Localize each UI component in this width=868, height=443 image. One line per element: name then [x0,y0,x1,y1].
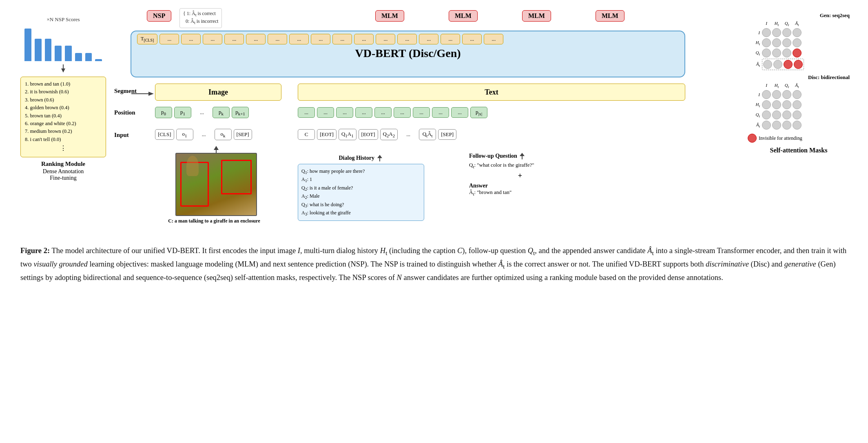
disc-header: I Ht Qt Ât [748,83,850,89]
inp-dots2: ... [400,130,417,139]
inp-sep1: [SEP] [234,129,252,140]
arrow-giraffe [212,146,220,156]
pos-t10: p|x| [470,107,487,118]
inp-q2a2: Q2A2 [380,129,398,140]
bar-6 [75,53,82,61]
token-d5: ... [246,34,266,44]
disc-cell-H-I [762,100,771,109]
position-label: Position [114,109,135,116]
dialog-history-area: Dialog History Q1: how many people are t… [298,155,424,221]
followup-qt: Qt: "what color is the giraffe?" [469,162,571,169]
segment-image-box: Image [155,84,281,101]
nsp-annotation: { 1: Ât is correct 0: Ât is incorrect [179,8,222,28]
disc-cell-H-A [793,100,802,109]
arrow-down-icon [60,64,66,73]
token-d6: ... [268,34,287,44]
giraffe-image [175,153,257,216]
gen-header: I Ht Qt Ât [748,21,850,27]
figure-label: Figure 2: [20,247,50,255]
disc-cell-I-Q [782,90,791,99]
token-d11: ... [376,34,395,44]
gen-cell-A-Q [784,60,793,69]
invisible-label: Invisible for attending [759,135,802,141]
token-d7: ... [289,34,309,44]
mlm-box-4: MLM [596,10,624,22]
token-row: T[CLS] ... ... ... ... ... ... ... ... .… [131,31,684,44]
pos-dots: ... [193,108,210,117]
pos-t5: ... [374,107,392,118]
disc-cell-H-H [772,100,781,109]
nsp-scores-label: ×N NSP Scores [20,16,106,23]
bar-3 [45,39,52,61]
gen-cell-I-H [772,28,781,37]
gen-cell-H-I [762,38,771,47]
input-label: Input [114,132,129,139]
inp-cls: [CLS] [155,129,174,140]
mlm-box-2: MLM [449,10,478,22]
inp-eot1: [EOT] [317,129,337,140]
bar-7 [85,53,92,61]
gen-cell-I-Q [782,28,791,37]
token-d1: ... [159,34,179,44]
token-cls: T[CLS] [137,34,157,44]
gen-cell-Q-H [772,48,781,57]
token-d8: ... [311,34,330,44]
arrow-ranking [131,90,156,99]
gen-cell-H-H [772,38,781,47]
svg-marker-9 [148,92,154,96]
pos-t4: ... [355,107,372,118]
bar-4 [55,46,62,61]
inp-sep2: [SEP] [438,129,456,140]
token-d3: ... [203,34,222,44]
token-d16: ... [484,34,503,44]
mlm-box-1: MLM [375,10,404,22]
disc-cell-A-A [793,121,802,130]
disc-cell-H-Q [782,100,791,109]
gen-cell-H-Q [782,38,791,47]
ranking-items: 1. brown and tan (1.0) 2. it is brownish… [25,80,102,154]
caption-label: C: a man talking to a giraffe in an encl… [159,218,269,224]
gen-cell-A-A [794,60,803,69]
ranking-title: Ranking Module [20,161,106,168]
gen-row-A: Ât [748,59,850,70]
pos-p1: p1 [174,107,191,118]
inp-q1a1: Q1A1 [339,129,356,140]
segment-text-box: Text [298,84,685,101]
disc-row-H: Ht [748,100,850,109]
disc-cell-A-H [772,121,781,130]
ranking-module: ×N NSP Scores [20,16,106,181]
dialog-box: Q1: how many people are there? A1: 1 Q2:… [298,164,424,221]
gen-cell-H-A [793,38,802,47]
pos-row-text: ... ... ... ... ... ... ... ... ... p|x| [298,107,487,118]
arrow-dialog-icon [376,155,383,162]
dialog-history-label: Dialog History [298,155,424,162]
disc-cell-I-A [793,90,802,99]
inp-qtat: QtÂt [419,129,436,140]
vdbert-title: VD-BERT (Disc/Gen) [131,47,684,60]
gen-row-I: I [748,28,850,37]
gen-cell-A-H [773,60,782,69]
disc-label: Disc: bidirectional [748,74,850,81]
gen-cell-A-I [763,60,772,69]
bar-chart [20,24,106,61]
nsp-box: NSP [147,10,171,22]
disc-cell-Q-A [793,110,802,119]
followup-area: Follow-up Question Qt: "what color is th… [469,153,571,196]
pos-t1: ... [298,107,315,118]
plus-label: + [469,172,571,180]
pos-t6: ... [394,107,411,118]
pos-p0: p0 [155,107,172,118]
ranking-subtitle: Dense AnnotationFine-tuning [20,168,106,181]
disc-row-I: I [748,90,850,99]
ranking-box: 1. brown and tan (1.0) 2. it is brownish… [20,77,106,157]
gen-cell-I-I [762,28,771,37]
pos-t2: ... [317,107,334,118]
token-d15: ... [462,34,482,44]
center-diagram: NSP { 1: Ât is correct 0: Ât is incorrec… [114,8,783,236]
bar-5 [65,46,72,61]
diagram-area: ×N NSP Scores [16,8,852,236]
pos-row-image: p0 p1 ... pk pk+1 [155,107,249,118]
svg-marker-5 [377,155,382,158]
disc-cell-A-Q [782,121,791,130]
token-d2: ... [181,34,201,44]
